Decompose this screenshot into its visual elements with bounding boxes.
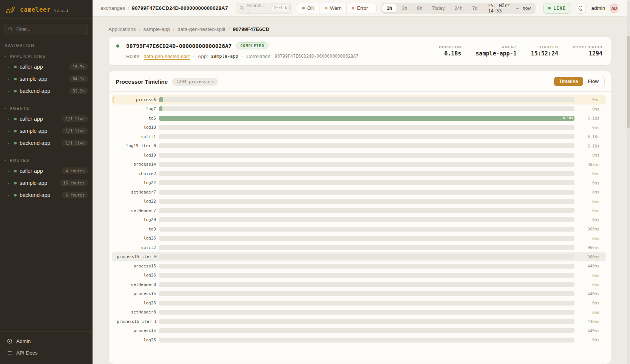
time-range-to: now (522, 6, 531, 11)
sidebar-item-caller-app[interactable]: ▸caller-app18.7k (0, 61, 93, 73)
processor-name: log7 (117, 106, 156, 111)
timeline-row-log20[interactable]: log200ms⋮ (112, 215, 606, 225)
sidebar-item-sample-app[interactable]: ▸sample-app1/1 live (0, 125, 93, 137)
scrollbar-thumb[interactable] (627, 36, 630, 128)
breadcrumb-item-applications[interactable]: Applications (108, 26, 136, 32)
processor-name: process14 (117, 162, 156, 167)
range-button-1h[interactable]: 1h (382, 4, 397, 12)
duration-value: 0ms (580, 199, 599, 204)
stat-value: 15:52:24 (531, 50, 558, 57)
timeline-row-log22[interactable]: log220ms⋮ (112, 197, 606, 206)
sidebar-item-backend-app[interactable]: ▸backend-app1/1 live (0, 137, 93, 149)
processor-name: process6 (117, 97, 156, 102)
view-button-flow[interactable]: Flow (583, 77, 604, 86)
timeline-row-split1[interactable]: split16.18s⋮ (112, 132, 606, 141)
timeline-row-setHeader7[interactable]: setHeader70ms⋮ (112, 206, 606, 215)
filter-input[interactable] (5, 24, 88, 35)
nav-heading: NAVIGATION (0, 37, 93, 49)
timeline-row-log26[interactable]: log260ms⋮ (112, 271, 606, 280)
moon-icon (578, 5, 584, 11)
processor-name: log20 (117, 217, 156, 222)
timeline-row-process15[interactable]: process15440ms⋮ (112, 261, 606, 271)
timeline-row-split2[interactable]: split2960ms⋮ (112, 243, 606, 252)
status-filter-extra[interactable] (373, 3, 377, 14)
selected-row-bracket (113, 254, 116, 260)
stat-label: DURATION (439, 45, 461, 49)
timeline-row-log26[interactable]: log260ms⋮ (112, 335, 606, 345)
range-button-today[interactable]: Today (428, 4, 449, 12)
status-filter-ok[interactable]: OK (297, 3, 320, 14)
nav-group-header-routes[interactable]: ▾ROUTES (0, 155, 93, 165)
sidebar-item-caller-app[interactable]: ▸caller-app4 routes (0, 165, 93, 177)
theme-toggle-button[interactable] (576, 3, 586, 14)
status-dot (14, 170, 17, 172)
status-dot (14, 90, 17, 92)
breadcrumb-item-sample-app[interactable]: sample-app (144, 26, 170, 32)
status-filter-warn[interactable]: Warn (320, 3, 347, 14)
timeline-row-to9[interactable]: to9960ms⋮ (112, 224, 606, 234)
status-dot (14, 194, 17, 197)
breadcrumb-item-data-gen-nested-split[interactable]: data-gen-nested-split (178, 26, 225, 32)
route-link[interactable]: data-gen-nested-split (144, 54, 190, 59)
timeline-row-process14[interactable]: process14383ms⋮ (112, 160, 606, 169)
avatar[interactable]: AD (610, 3, 619, 13)
nav-group-header-applications[interactable]: ▾APPLICATIONS (0, 51, 93, 61)
timeline-row-log18[interactable]: log180ms⋮ (112, 123, 606, 132)
processor-name: log25 (117, 236, 156, 241)
selected-row-bracket (113, 143, 116, 149)
timeline-row-log7[interactable]: log70ms⋮ (112, 104, 606, 114)
duration-value: 0ms (580, 338, 599, 342)
app-logo[interactable]: cameleer v3.2.1 (0, 0, 93, 19)
duration-track (159, 143, 574, 148)
sidebar-item-badge: 84.1k (69, 75, 88, 82)
duration-track (159, 273, 574, 278)
nav-group-header-agents[interactable]: ▾AGENTS (0, 103, 93, 113)
range-button-24h[interactable]: 24h (450, 4, 467, 12)
sidebar-item-badge: 4 routes (62, 167, 88, 174)
timeline-row-log25[interactable]: log250ms⋮ (112, 234, 606, 243)
kebab-menu-icon[interactable]: ⋮ (599, 97, 605, 102)
timeline-row-log19-iter-0[interactable]: log19-iter-06.18s⋮ (112, 141, 606, 151)
app-version: v3.2.1 (54, 8, 68, 12)
duration-value: 960ms (580, 227, 599, 231)
timeline-row-process15-iter-0[interactable]: process15-iter-0960ms⋮ (112, 252, 606, 262)
view-button-timeline[interactable]: Timeline (554, 77, 583, 86)
duration-track (159, 134, 574, 139)
live-toggle[interactable]: LIVE (543, 3, 571, 14)
kebab-menu-icon[interactable]: ⋮ (599, 254, 605, 259)
chevron-right-icon: ▸ (8, 141, 11, 145)
timeline-row-log26[interactable]: log260ms⋮ (112, 298, 606, 308)
duration-value: 0ms (580, 181, 599, 185)
page-scrollbar[interactable] (627, 0, 630, 364)
range-button-3h[interactable]: 3h (397, 4, 412, 12)
duration-track (159, 97, 574, 102)
timeline-row-process15[interactable]: process15440ms⋮ (112, 289, 606, 299)
sidebar-item-sample-app[interactable]: ▸sample-app84.1k (0, 73, 93, 85)
sidebar-footer-admin[interactable]: Admin (0, 335, 93, 347)
timeline-row-log22[interactable]: log220ms⋮ (112, 178, 606, 188)
timeline-row-process15-iter-1[interactable]: process15-iter-1440ms⋮ (112, 317, 606, 326)
sidebar-item-backend-app[interactable]: ▸backend-app6 routes (0, 189, 93, 201)
selected-row-bracket (113, 318, 116, 324)
status-filter-error[interactable]: Error (347, 3, 373, 14)
timeline-row-setHeader7[interactable]: setHeader70ms⋮ (112, 187, 606, 197)
range-button-6h[interactable]: 6h (412, 4, 427, 12)
range-button-7d[interactable]: 7d (468, 4, 482, 12)
timeline-row-process15[interactable]: process15440ms⋮ (112, 326, 606, 336)
sidebar-item-sample-app[interactable]: ▸sample-app16 routes (0, 177, 93, 189)
selected-row-bracket (113, 106, 116, 112)
sidebar-item-caller-app[interactable]: ▸caller-app1/1 live (0, 113, 93, 125)
sidebar-item-backend-app[interactable]: ▸backend-app32.2k (0, 85, 93, 97)
search-input[interactable]: Search... ... Ctrl+K (236, 3, 292, 14)
user-name[interactable]: admin (591, 5, 605, 11)
timeline-row-to5[interactable]: to56.18s6.18s⋮ (112, 114, 606, 123)
timeline-row-log19[interactable]: log190ms⋮ (112, 151, 606, 160)
timeline-row-choice2[interactable]: choice20ms⋮ (112, 169, 606, 178)
breadcrumb-section[interactable]: exchanges (100, 5, 125, 11)
timeline-row-process6[interactable]: process60ms⋮ (112, 95, 606, 104)
sidebar-item-label: backend-app (20, 140, 59, 146)
timeline-row-setHeader8[interactable]: setHeader80ms⋮ (112, 280, 606, 289)
duration-value: 0ms (580, 301, 599, 305)
sidebar-footer-api-docs[interactable]: API Docs (0, 347, 93, 359)
timeline-row-setHeader8[interactable]: setHeader80ms⋮ (112, 308, 606, 317)
